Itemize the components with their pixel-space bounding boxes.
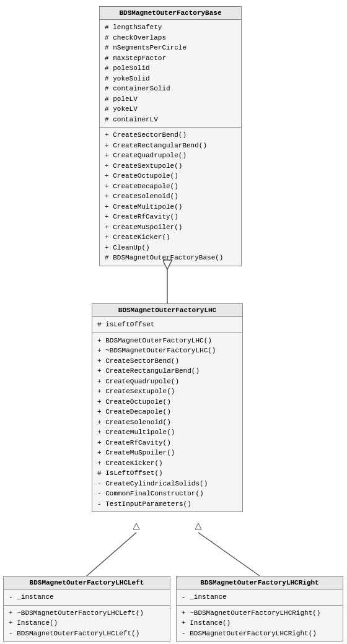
lhc-class-methods: + BDSMagnetOuterFactoryLHC() + ~BDSMagne… xyxy=(92,333,242,512)
diagram: BDSMagnetOuterFactoryBase # lengthSafety… xyxy=(0,0,347,644)
left-to-lhc-arrowhead xyxy=(133,523,139,529)
right-class-title: BDSMagnetOuterFactoryLHCRight xyxy=(177,577,343,590)
right-to-lhc-line xyxy=(198,533,260,576)
left-to-lhc-line xyxy=(87,533,136,576)
right-class-fields: - _instance xyxy=(177,590,343,606)
lhc-class-box: BDSMagnetOuterFactoryLHC # isLeftOffset … xyxy=(92,303,243,512)
left-class-methods: + ~BDSMagnetOuterFactoryLHCLeft() + Inst… xyxy=(4,606,170,642)
base-class-methods: + CreateSectorBend() + CreateRectangular… xyxy=(100,128,241,266)
base-class-title: BDSMagnetOuterFactoryBase xyxy=(100,7,241,20)
base-class-fields: # lengthSafety # checkOverlaps # nSegmen… xyxy=(100,20,241,128)
left-class-fields: - _instance xyxy=(4,590,170,606)
lhc-class-fields: # isLeftOffset xyxy=(92,317,242,333)
base-class-box: BDSMagnetOuterFactoryBase # lengthSafety… xyxy=(99,6,242,266)
right-to-lhc-arrowhead xyxy=(195,523,201,529)
right-class-methods: + ~BDSMagnetOuterFactoryLHCRight() + Ins… xyxy=(177,606,343,642)
right-class-box: BDSMagnetOuterFactoryLHCRight - _instanc… xyxy=(176,576,343,642)
left-class-box: BDSMagnetOuterFactoryLHCLeft - _instance… xyxy=(3,576,170,642)
left-class-title: BDSMagnetOuterFactoryLHCLeft xyxy=(4,577,170,590)
lhc-class-title: BDSMagnetOuterFactoryLHC xyxy=(92,304,242,317)
